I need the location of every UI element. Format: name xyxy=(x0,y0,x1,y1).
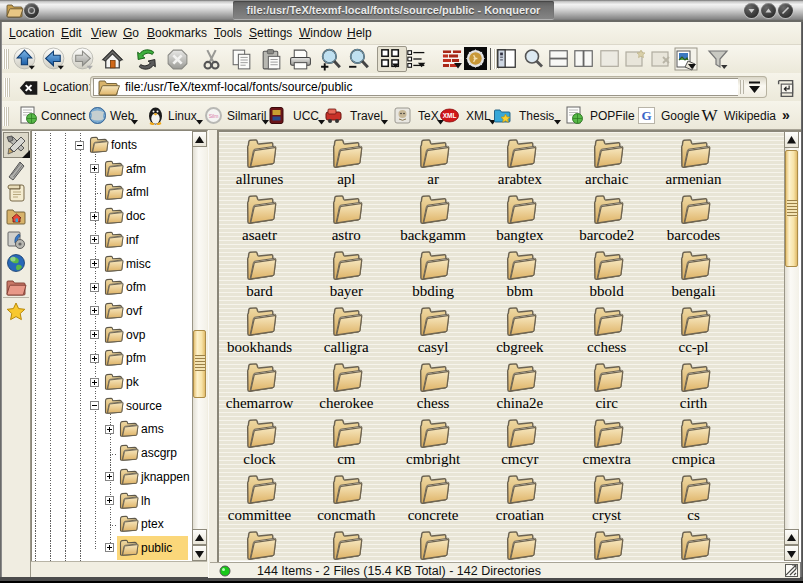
svg-text:W: W xyxy=(701,106,718,125)
svg-text:XML: XML xyxy=(443,112,457,119)
svg-text:Silm: Silm xyxy=(209,113,219,119)
svg-text:G: G xyxy=(641,108,651,123)
